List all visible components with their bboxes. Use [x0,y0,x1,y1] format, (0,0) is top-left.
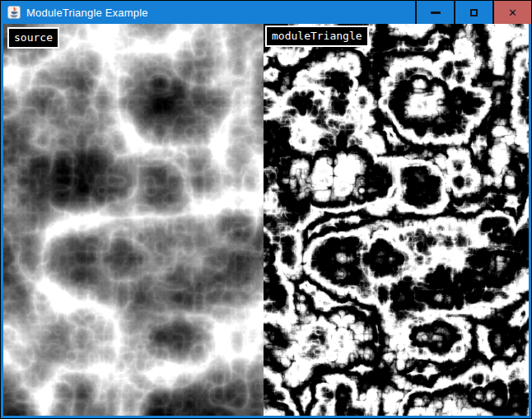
maximize-icon [470,9,478,16]
window-title: ModuleTriangle Example [26,7,148,19]
minimize-icon [431,12,441,14]
titlebar[interactable]: ModuleTriangle Example ✕ [1,1,531,24]
java-app-icon [7,6,21,19]
app-window: ModuleTriangle Example ✕ source moduleTr… [0,0,532,419]
close-button[interactable]: ✕ [492,1,531,24]
window-controls: ✕ [415,1,531,24]
panel-moduletriangle: moduleTriangle [264,24,529,416]
close-icon: ✕ [508,7,517,18]
minimize-button[interactable] [415,1,454,24]
moduletriangle-label: moduleTriangle [265,26,369,47]
panel-source: source [3,24,264,416]
moduletriangle-noise-image [264,24,529,416]
source-label: source [7,27,59,49]
maximize-button[interactable] [454,1,492,24]
source-noise-image [3,24,264,416]
content-area: source moduleTriangle [1,24,531,418]
